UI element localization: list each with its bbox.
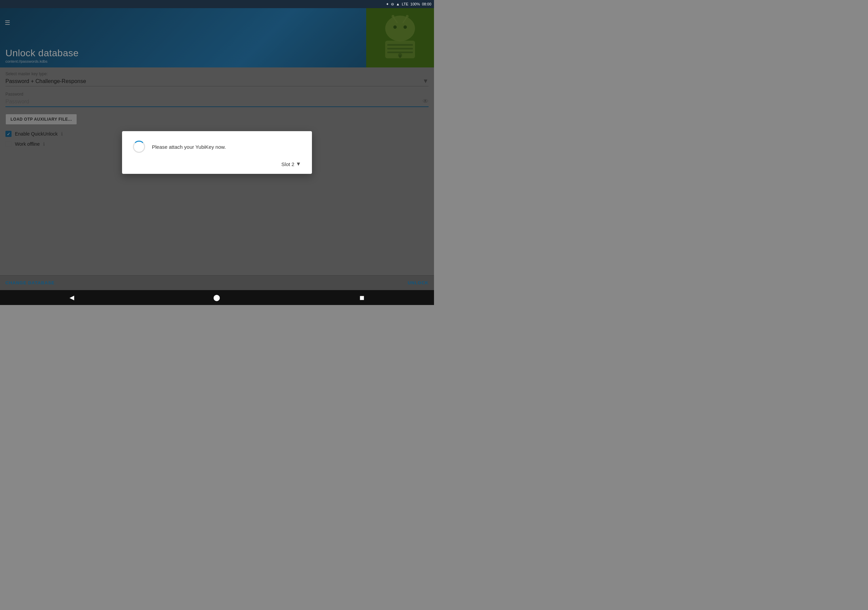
dialog-overlay[interactable]: Please attach your YubiKey now. Slot 2 ▼: [0, 0, 434, 305]
status-bar: ✦ ⊖ ▲ LTE 100% 08:00: [0, 0, 434, 8]
back-button[interactable]: ◀: [56, 291, 88, 304]
slot-dropdown[interactable]: Slot 2 ▼: [281, 161, 301, 167]
loading-spinner: [133, 141, 145, 153]
time-text: 08:00: [422, 2, 431, 6]
slot-arrow-icon: ▼: [296, 161, 301, 167]
wifi-icon: ▲: [396, 2, 400, 6]
slot-value: Slot 2: [281, 161, 294, 167]
dialog-message: Please attach your YubiKey now.: [152, 144, 226, 150]
battery-text: 100%: [410, 2, 420, 6]
signal-text: LTE: [402, 2, 408, 6]
bluetooth-icon: ✦: [386, 2, 389, 6]
nav-bar: ◀ ⬤ ◼: [0, 290, 434, 305]
recents-button[interactable]: ◼: [346, 291, 378, 304]
home-button[interactable]: ⬤: [200, 291, 234, 304]
do-not-disturb-icon: ⊖: [391, 2, 394, 6]
yubikey-dialog: Please attach your YubiKey now. Slot 2 ▼: [122, 131, 312, 174]
